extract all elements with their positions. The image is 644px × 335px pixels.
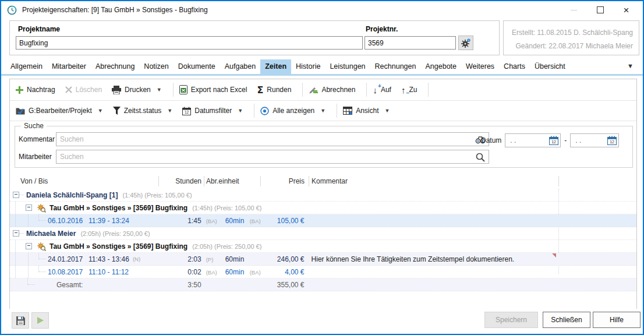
tab-abrechnung[interactable]: Abrechnung — [91, 59, 139, 74]
maximize-button[interactable] — [587, 1, 613, 19]
search-section: Suche Kommentar Mitarbeiter Dat — [10, 121, 636, 172]
loeschen-button[interactable]: Löschen — [65, 86, 102, 94]
quick-save-button[interactable] — [12, 312, 29, 329]
tab-zeiten[interactable]: Zeiten — [260, 59, 291, 74]
group-row-daniela[interactable]: Daniela Schälchli-Spang [1] (1:45h) (Pre… — [10, 189, 636, 202]
tab-charts[interactable]: Charts — [499, 59, 530, 74]
show-all-eye-icon — [260, 107, 269, 115]
ansicht-dropdown[interactable]: Ansicht ▼ — [343, 107, 390, 115]
tab-angebote[interactable]: Angebote — [420, 59, 461, 74]
kommentar-search-label: Kommentar — [19, 135, 55, 143]
tab-bar: Allgemein Mitarbeiter Abrechnung Notizen… — [1, 59, 643, 74]
collapse-all-button[interactable]: ↑− Zu — [401, 86, 417, 94]
kommentar-search-input[interactable] — [56, 132, 489, 146]
zeiten-panel: Nachtrag Löschen Drucken ▼ — [9, 79, 637, 311]
col-abr-einheit[interactable]: Abr.einheit — [204, 177, 268, 185]
tab-mitarbeiter[interactable]: Mitarbeiter — [47, 59, 91, 74]
svg-text:12: 12 — [185, 110, 189, 114]
col-von-bis[interactable]: Von / Bis — [10, 177, 158, 185]
runden-button[interactable]: Σ Runden — [257, 84, 291, 96]
group-row-michaela[interactable]: Michaela Meier (2:05h) (Preis: 250,00 €) — [10, 227, 636, 240]
export-excel-button[interactable]: Export nach Excel — [179, 85, 247, 94]
time-entry-row[interactable]: 10.08.2017 11:10 - 11:12 0:02 (BA) 60min… — [10, 266, 636, 278]
total-row: Gesamt: 3:50 355,00 € — [10, 278, 636, 291]
toolbar-separator — [173, 83, 174, 97]
nachtrag-button[interactable]: Nachtrag — [16, 86, 55, 94]
search-groupbox: Suche Kommentar Mitarbeiter Dat — [15, 126, 633, 168]
tree-collapse-toggle[interactable] — [26, 243, 32, 249]
tab-dokumente[interactable]: Dokumente — [174, 59, 220, 74]
projektnr-settings-button[interactable] — [458, 36, 473, 50]
entry-billing-unit: 60min — [225, 255, 245, 263]
entry-price: 246,00 € — [277, 255, 305, 263]
schliessen-button[interactable]: Schließen — [543, 312, 590, 328]
entry-price: 4,00 € — [285, 268, 304, 276]
minimize-button[interactable] — [561, 1, 587, 19]
tab-uebersicht[interactable]: Übersicht — [530, 59, 570, 74]
hilfe-button[interactable]: Hilfe — [593, 312, 641, 328]
abrechnen-button[interactable]: Abrechnen — [309, 86, 355, 94]
tab-leistungen[interactable]: Leistungen — [325, 59, 370, 74]
project-name: Tau GmbH » Sonstiges » [3569] Bugfixing — [49, 204, 187, 212]
entry-time-range: 11:10 - 11:12 — [89, 268, 129, 276]
project-summary: (2:05h) (Preis: 250,00 €) — [192, 243, 261, 250]
close-button[interactable]: × — [613, 1, 639, 19]
billing-pen-icon — [309, 86, 318, 94]
tab-weiteres[interactable]: Weiteres — [461, 59, 499, 74]
tab-overflow-chevron-icon[interactable]: ▼ — [627, 62, 634, 69]
entry-unit-tag: (BA) — [250, 218, 261, 224]
alle-anzeigen-dropdown[interactable]: Alle anzeigen ▼ — [260, 107, 325, 115]
entry-billing-unit: 60min — [225, 217, 245, 225]
drucken-button[interactable]: Drucken ▼ — [112, 86, 162, 94]
ansicht-dropdown-arrow[interactable]: ▼ — [385, 108, 390, 114]
expand-all-button[interactable]: ↓+ Auf — [373, 86, 391, 94]
drucken-dropdown-arrow[interactable]: ▼ — [157, 87, 162, 93]
col-stunden[interactable]: Stunden — [158, 177, 204, 185]
zeitstatus-dropdown-arrow[interactable]: ▼ — [167, 108, 172, 114]
start-timer-button[interactable] — [31, 312, 49, 329]
project-row[interactable]: Tau GmbH » Sonstiges » [3569] Bugfixing … — [10, 240, 636, 253]
entry-hours: 0:02 — [187, 268, 201, 276]
zeitstatus-filter-dropdown[interactable]: Zeitst.status ▼ — [113, 107, 173, 115]
tab-rechnungen[interactable]: Rechnungen — [370, 59, 421, 74]
arrow-down-plus-icon: ↓+ — [373, 86, 377, 94]
entry-date: 24.01.2017 — [48, 255, 83, 263]
search-magnifier-icon[interactable] — [475, 152, 486, 163]
alle-anzeigen-dropdown-arrow[interactable]: ▼ — [320, 108, 325, 114]
date-filter-group: Datum 12 - — [481, 133, 619, 147]
projektnr-input[interactable] — [365, 36, 456, 50]
delete-x-icon — [65, 86, 72, 93]
employee-group-name: Michaela Meier — [26, 230, 76, 238]
toolbar-separator — [366, 83, 367, 97]
datumsfilter-dropdown[interactable]: 12 Datumsfilter ▼ — [182, 107, 243, 115]
entry-hours: 2:03 — [187, 255, 201, 263]
calendar-picker-icon[interactable]: 12 — [549, 136, 558, 145]
tab-aufgaben[interactable]: Aufgaben — [220, 59, 261, 74]
tab-historie[interactable]: Historie — [291, 59, 325, 74]
folder-check-icon — [16, 107, 25, 115]
funnel-icon — [113, 107, 121, 115]
project-row[interactable]: Tau GmbH » Sonstiges » [3569] Bugfixing … — [10, 202, 636, 214]
tab-allgemein[interactable]: Allgemein — [6, 59, 47, 74]
col-kommentar[interactable]: Kommentar — [305, 177, 558, 185]
calendar-picker-icon[interactable]: 12 — [607, 136, 617, 145]
time-entry-row[interactable]: 06.10.2016 11:39 - 13:24 1:45 (BA) 60min… — [10, 214, 636, 227]
tree-collapse-toggle[interactable] — [13, 192, 19, 198]
grouping-dropdown-arrow[interactable]: ▼ — [98, 108, 103, 114]
datumsfilter-dropdown-arrow[interactable]: ▼ — [238, 108, 243, 114]
search-legend: Suche — [21, 122, 47, 130]
grouping-dropdown[interactable]: G:Bearbeiter/Projekt ▼ — [16, 107, 103, 115]
mitarbeiter-search-input[interactable] — [56, 150, 489, 164]
svg-text:12: 12 — [551, 140, 556, 144]
col-preis[interactable]: Preis — [268, 177, 305, 185]
speichern-button[interactable]: Speichern — [484, 312, 538, 328]
tab-notizen[interactable]: Notizen — [139, 59, 173, 74]
mitarbeiter-search-label: Mitarbeiter — [19, 153, 55, 161]
projektname-input[interactable] — [16, 36, 363, 50]
note-corner-marker — [552, 253, 556, 258]
tree-collapse-toggle[interactable] — [13, 230, 19, 237]
time-entry-row[interactable]: 24.01.2017 11:43 - 13:46 (N) 2:03 (P) 60… — [10, 253, 636, 266]
column-separator — [309, 176, 309, 186]
tab-underline — [1, 74, 643, 76]
tree-collapse-toggle[interactable] — [26, 204, 32, 211]
